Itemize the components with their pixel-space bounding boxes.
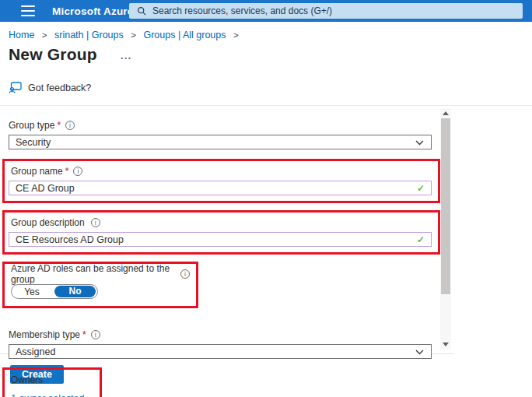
annotation-box-roles-assignable: Azure AD roles can be assigned to the gr… — [2, 262, 198, 308]
group-type-value: Security — [16, 137, 51, 148]
scrollbar-track[interactable] — [441, 118, 450, 339]
membership-type-select[interactable]: Assigned — [9, 344, 432, 359]
title-row: New Group ... — [0, 40, 532, 64]
chevron-down-icon — [415, 350, 424, 355]
group-type-label: Group type — [9, 120, 54, 131]
command-toolbar: Got feedback? — [0, 82, 532, 106]
page-title: New Group — [9, 45, 97, 64]
annotation-box-owners: Owners 1 owner selected — [2, 367, 102, 397]
group-name-value: CE AD Group — [16, 183, 75, 194]
form-content: Group type * i Security Group name * i — [0, 106, 454, 397]
owners-label: Owners — [11, 374, 43, 385]
scrollbar-up-arrow[interactable] — [443, 111, 449, 115]
info-icon[interactable]: i — [180, 269, 190, 279]
group-type-select[interactable]: Security — [9, 135, 432, 149]
field-membership-type: Membership type * i Assigned — [9, 328, 454, 359]
info-icon[interactable]: i — [91, 218, 100, 227]
group-name-label: Group name — [11, 166, 63, 177]
form-scroll-region: Group type * i Security Group name * i — [0, 106, 454, 353]
owners-selected-link[interactable]: 1 owner selected — [11, 393, 93, 397]
membership-type-label: Membership type — [9, 329, 80, 340]
feedback-link[interactable]: Got feedback? — [9, 82, 91, 93]
search-icon — [137, 6, 146, 16]
roles-assignable-toggle[interactable]: Yes No — [11, 284, 98, 299]
info-icon[interactable]: i — [91, 330, 100, 339]
valid-checkmark-icon: ✓ — [417, 183, 425, 194]
scrollbar-down-arrow[interactable] — [443, 343, 449, 346]
chevron-down-icon — [415, 140, 424, 146]
breadcrumb: Home > srinath | Groups > Groups | All g… — [0, 22, 532, 40]
annotation-box-group-description: Group description i CE Resources AD Grou… — [2, 210, 440, 255]
group-description-label: Group description — [11, 217, 85, 228]
top-bar: Microsoft Azure Search resources, servic… — [0, 0, 532, 22]
annotation-box-group-name: Group name * i CE AD Group ✓ — [2, 159, 440, 203]
breadcrumb-separator: > — [131, 30, 136, 40]
group-description-input[interactable]: CE Resources AD Group ✓ — [9, 232, 432, 247]
breadcrumb-home[interactable]: Home — [9, 30, 34, 40]
azure-portal-window: Microsoft Azure Search resources, servic… — [0, 0, 532, 384]
scrollbar-thumb[interactable] — [441, 118, 450, 294]
roles-assignable-label: Azure AD roles can be assigned to the gr… — [11, 263, 176, 285]
group-description-value: CE Resources AD Group — [16, 234, 124, 245]
brand-title[interactable]: Microsoft Azure — [52, 5, 134, 17]
breadcrumb-separator: > — [233, 30, 239, 40]
vertical-scrollbar[interactable] — [440, 108, 451, 350]
feedback-label: Got feedback? — [28, 83, 91, 93]
required-marker: * — [65, 166, 69, 177]
toggle-option-yes[interactable]: Yes — [12, 286, 52, 297]
group-name-input[interactable]: CE AD Group ✓ — [9, 181, 432, 195]
breadcrumb-srinath-groups[interactable]: srinath | Groups — [54, 30, 124, 40]
field-group-type: Group type * i Security — [9, 119, 454, 149]
search-placeholder-text: Search resources, services, and docs (G+… — [152, 5, 332, 16]
membership-type-value: Assigned — [16, 346, 55, 357]
toggle-option-no-selected[interactable]: No — [54, 286, 96, 297]
feedback-icon — [9, 82, 22, 93]
info-icon[interactable]: i — [73, 167, 82, 176]
hamburger-menu-button[interactable] — [21, 5, 35, 16]
global-search-input[interactable]: Search resources, services, and docs (G+… — [129, 3, 523, 19]
required-marker: * — [57, 120, 61, 131]
valid-checkmark-icon: ✓ — [417, 234, 425, 245]
breadcrumb-separator: > — [42, 30, 47, 40]
info-icon[interactable]: i — [65, 121, 75, 130]
breadcrumb-groups-all-groups[interactable]: Groups | All groups — [143, 30, 226, 40]
more-options-button[interactable]: ... — [121, 51, 132, 58]
required-marker: * — [82, 329, 86, 340]
